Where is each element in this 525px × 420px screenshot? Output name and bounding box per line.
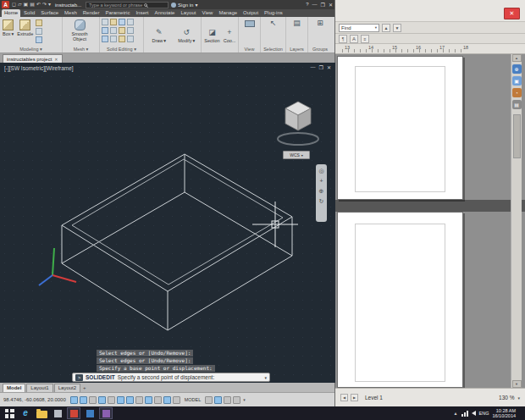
tab-home[interactable]: Home	[2, 9, 20, 17]
solid-editing-tool-icon[interactable]	[102, 19, 108, 25]
hidden-icons-arrow[interactable]: ▲	[454, 411, 458, 416]
print-icon[interactable]: ▤	[30, 1, 35, 8]
autocad-logo[interactable]: A	[2, 1, 9, 8]
tab-model[interactable]: Model	[3, 384, 25, 392]
viewcube[interactable]	[278, 102, 318, 145]
tab-surface[interactable]: Surface	[38, 9, 61, 17]
taskbar-item-explorer[interactable]	[35, 407, 48, 419]
3dosnap-toggle[interactable]	[126, 396, 134, 404]
tab-view[interactable]: View	[199, 9, 215, 17]
infocenter-search[interactable]: Type a keyword or phrase	[86, 2, 169, 8]
tab-layout[interactable]: Layout	[178, 9, 198, 17]
pie-tool-icon[interactable]: ◔	[512, 88, 522, 97]
box-button[interactable]: Box▾	[2, 19, 14, 37]
steering-wheel-icon[interactable]: ↻	[319, 198, 324, 205]
modeling-panel-label[interactable]: Modeling ▾	[0, 47, 62, 52]
status-menu-dropdown-icon[interactable]: ▾	[243, 397, 246, 402]
document-close-button[interactable]: ✕	[504, 8, 520, 19]
model-viewport[interactable]: [-][SW Isometric][Wireframe] — ❐ ✕	[0, 63, 335, 383]
tab-parametric[interactable]: Parametric	[102, 9, 132, 17]
document-content-area[interactable]: ▲ ⊕ ▣ ◔ ▤ ▼	[335, 54, 525, 388]
snap-toggle[interactable]	[80, 396, 87, 404]
volume-icon[interactable]	[472, 411, 476, 416]
dyn-toggle[interactable]	[154, 396, 162, 404]
redo-icon[interactable]: ↷	[42, 1, 47, 8]
scroll-down-icon[interactable]: ▼	[512, 380, 522, 388]
extrude-button[interactable]: Extrude	[16, 19, 34, 37]
minimize-icon[interactable]: —	[312, 2, 318, 8]
selection-icon[interactable]: ↖	[270, 19, 277, 28]
infer-constraints-toggle[interactable]	[70, 396, 78, 404]
viewcube-wcs-menu[interactable]: WCS ▾	[283, 151, 310, 159]
solid-editing-tool-icon[interactable]	[119, 27, 125, 34]
search-icon[interactable]	[144, 3, 147, 7]
tab-output[interactable]: Output	[240, 9, 261, 17]
list-tool-icon[interactable]: ≡	[361, 35, 369, 43]
zoom-icon[interactable]: ⊕	[319, 188, 324, 195]
groups-icon[interactable]: ⊞	[317, 19, 323, 28]
coordinates-button[interactable]: + Coo...	[223, 27, 236, 44]
navigation-bar[interactable]: ◎ + ⊕ ↻	[316, 164, 327, 222]
new-layout-button[interactable]: +	[83, 384, 86, 392]
maximize-icon[interactable]: ❐	[321, 2, 325, 8]
solid-editing-tool-icon[interactable]	[119, 19, 125, 25]
quick-view-icon[interactable]	[205, 396, 213, 404]
pin-tool-icon[interactable]: ▣	[512, 76, 522, 86]
find-combo[interactable]: Find ▾	[339, 24, 379, 32]
modify-button[interactable]: ↺ Modify▾	[174, 27, 199, 44]
pan-icon[interactable]: +	[319, 178, 323, 185]
undo-icon[interactable]: ↶	[36, 1, 41, 8]
section-button[interactable]: ◪ Section	[203, 27, 221, 44]
next-button[interactable]: ▼	[393, 24, 401, 32]
vertical-scrollbar[interactable]: ▲ ⊕ ▣ ◔ ▤ ▼	[511, 54, 522, 388]
tab-mesh[interactable]: Mesh	[62, 9, 80, 17]
tab-insert[interactable]: Insert	[133, 9, 151, 17]
mesh-panel-label[interactable]: Mesh ▾	[63, 47, 99, 52]
zoom-dropdown-icon[interactable]: ▾	[517, 395, 520, 401]
solid-editing-tool-icon[interactable]	[119, 36, 125, 42]
qat-dropdown-icon[interactable]: ▾	[48, 1, 51, 8]
solid-editing-panel-label[interactable]: Solid Editing ▾	[100, 47, 143, 52]
solid-editing-tool-icon[interactable]	[127, 19, 134, 25]
network-icon[interactable]	[461, 411, 468, 417]
close-icon[interactable]: ✕	[329, 2, 333, 8]
smooth-object-button[interactable]: Smooth Object	[64, 19, 95, 42]
open-icon[interactable]: ▱	[18, 1, 22, 8]
ducs-toggle[interactable]	[145, 396, 152, 404]
language-indicator[interactable]: ENG	[479, 411, 489, 416]
workspace-switch-icon[interactable]	[224, 396, 231, 404]
zoom-level[interactable]: 130 %	[499, 395, 514, 401]
page-prev-icon[interactable]: ◀	[340, 394, 348, 401]
ortho-toggle[interactable]	[98, 396, 106, 404]
modeling-tool-icon[interactable]	[36, 28, 42, 35]
tab-layout1[interactable]: Layout1	[26, 384, 52, 392]
command-input-bar[interactable]: > SOLIDEDIT Specify a second point of di…	[72, 373, 270, 382]
solid-editing-tool-icon[interactable]	[127, 27, 134, 34]
character-tool-icon[interactable]: A	[350, 35, 358, 43]
groups-panel-label[interactable]: Groups	[308, 47, 332, 52]
osnap-toggle[interactable]	[117, 396, 124, 404]
view-panel-label[interactable]: View	[239, 47, 260, 52]
otrack-toggle[interactable]	[135, 396, 143, 404]
lwt-toggle[interactable]	[163, 396, 171, 404]
draw-button[interactable]: ✎ Draw▾	[146, 27, 172, 44]
modeling-tool-icon[interactable]	[36, 36, 42, 43]
grid-toggle[interactable]	[89, 396, 97, 404]
file-tab[interactable]: instructables project ✕	[3, 54, 63, 63]
solid-editing-tool-icon[interactable]	[102, 36, 108, 42]
new-icon[interactable]: ◻	[12, 1, 16, 8]
taskbar-item-docapp[interactable]	[99, 407, 113, 419]
taskbar-item-app1[interactable]	[51, 407, 64, 419]
taskbar-item-app2[interactable]	[83, 407, 97, 419]
prev-button[interactable]: ▲	[382, 24, 390, 32]
annotation-scale-icon[interactable]	[214, 396, 222, 404]
tab-render[interactable]: Render	[80, 9, 102, 17]
lock-icon[interactable]	[233, 396, 240, 404]
help-icon[interactable]: ?	[306, 2, 308, 8]
scroll-up-icon[interactable]: ▲	[512, 54, 522, 62]
save-icon[interactable]: ▣	[24, 1, 29, 8]
tab-solid[interactable]: Solid	[21, 9, 37, 17]
tpy-toggle[interactable]	[173, 396, 180, 404]
tab-plugins[interactable]: Plug-ins	[262, 9, 285, 17]
tab-layout2[interactable]: Layout2	[54, 384, 80, 392]
